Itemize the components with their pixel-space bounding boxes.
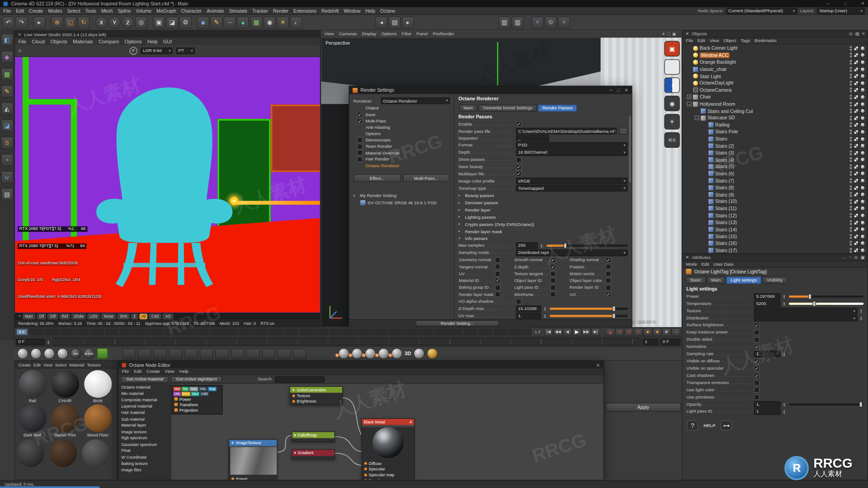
node-preset-icon[interactable] [277, 348, 290, 359]
window-minimize-icon[interactable]: ─ [609, 87, 613, 93]
menu-item[interactable]: Spline [118, 8, 131, 14]
maximize-button[interactable]: □ [844, 1, 847, 6]
pass-checkbox[interactable] [550, 271, 556, 276]
category-chip[interactable]: Med [191, 392, 199, 396]
visibility-dots-icon[interactable] [850, 88, 852, 93]
menu-item[interactable]: Character [181, 8, 202, 14]
node-type-item[interactable]: Sub material [118, 416, 170, 422]
material-preset-ball[interactable] [17, 348, 28, 359]
toolbar-icon[interactable]: ↷ [15, 16, 28, 28]
menu-item[interactable]: Edit [698, 38, 705, 43]
menu-item[interactable]: Select [55, 362, 67, 367]
material-tag-icon[interactable] [854, 234, 859, 239]
pass-checkbox[interactable]: ✓ [495, 278, 500, 283]
object-tree-row[interactable]: Stairs (14) [683, 226, 868, 233]
pass-group-row[interactable]: ▸Lighting passes [454, 213, 632, 221]
expand-icon[interactable] [687, 67, 692, 71]
menu-item[interactable]: Create [18, 362, 31, 367]
menu-item[interactable]: Window [344, 8, 360, 14]
timeline-ruler[interactable] [53, 338, 641, 345]
render-pass-file-input[interactable]: C:\Users\DVALKEMA\Desktop\DustinValkema … [516, 128, 617, 135]
menu-item[interactable]: Create [146, 369, 160, 374]
expand-icon[interactable] [687, 60, 692, 65]
side-tool-icon[interactable]: ◭ [1, 103, 13, 115]
gold-material-ball[interactable] [426, 348, 437, 359]
phong-tag-icon[interactable] [860, 164, 865, 169]
format-select[interactable]: LDR 8-bit [141, 47, 173, 54]
stepper-icon[interactable]: ▲▼ [783, 294, 787, 299]
pass-tab[interactable]: Dif [37, 314, 46, 319]
ao-alpha-checkbox[interactable] [516, 299, 521, 304]
uv-max-slider[interactable] [550, 314, 628, 317]
lock-icon[interactable]: ▣ [860, 255, 864, 260]
material-tag-icon[interactable] [854, 178, 859, 183]
keyframe-button[interactable]: ⊘ [634, 328, 643, 336]
material-tag-icon[interactable] [854, 164, 859, 169]
object-tree-row[interactable]: Stairs (4) [683, 156, 868, 163]
visibility-dots-icon[interactable] [850, 220, 852, 225]
toolbar-icon[interactable]: ✎ [210, 16, 222, 28]
node-preset-icon[interactable] [262, 348, 275, 359]
menu-item[interactable]: Animate [207, 8, 224, 14]
expand-icon[interactable] [703, 158, 707, 162]
material-tag-icon[interactable] [854, 157, 859, 162]
object-tree-row[interactable]: Stairs (11) [683, 205, 868, 212]
material-tag-icon[interactable] [854, 74, 859, 79]
attribute-checkbox[interactable] [754, 387, 760, 393]
material-tag-icon[interactable] [854, 241, 859, 246]
node-editor-titlebar[interactable]: Octane Node Editor ✕ [118, 361, 604, 369]
node-preset-icon[interactable] [246, 348, 259, 359]
side-tool-icon[interactable]: S [1, 136, 13, 149]
menu-item[interactable]: Mesh [101, 8, 113, 14]
keyframe-button[interactable]: ◆ [643, 328, 652, 336]
format-select[interactable]: PSD [516, 142, 627, 149]
pass-checkbox[interactable]: ✓ [550, 264, 556, 269]
object-tree-row[interactable]: Stairs (10) [683, 198, 868, 205]
material-tag-icon[interactable] [854, 227, 859, 232]
expand-icon[interactable] [703, 227, 707, 232]
toolbar-icon[interactable]: ▸ [33, 16, 45, 28]
menu-item[interactable]: Volume [136, 8, 151, 14]
render-settings-section[interactable]: Output [349, 105, 454, 112]
material-preset-ball[interactable] [30, 348, 41, 359]
node-canvas[interactable]: MatTexGenOSLMapOthEmsMedC4D PowerTransfo… [171, 384, 603, 480]
transport-button[interactable]: |◀ [544, 328, 553, 336]
material-tag-icon[interactable] [854, 185, 859, 190]
object-tree-row[interactable]: Back Corner Light [683, 45, 868, 52]
material-tag-icon[interactable] [854, 60, 859, 65]
power-slider[interactable] [789, 295, 863, 297]
visibility-dots-icon[interactable] [850, 248, 852, 253]
toolbar-icon[interactable]: ∼ [224, 16, 236, 28]
phong-tag-icon[interactable] [860, 94, 865, 99]
material-item[interactable]: CHAIR [49, 370, 81, 403]
toolbar-icon[interactable]: X [95, 16, 108, 28]
object-tree-row[interactable]: Stairs (13) [683, 219, 868, 226]
menu-item[interactable]: MoGraph [156, 8, 176, 14]
object-tree-row[interactable]: Railing [683, 122, 868, 128]
menu-item[interactable]: Mode [686, 262, 697, 267]
transport-button[interactable]: ▶ [572, 328, 581, 336]
menu-item[interactable]: Tracker [252, 8, 268, 14]
expand-icon[interactable] [703, 199, 707, 204]
timeline-playhead[interactable]: 0 F [16, 328, 28, 335]
material-tag-icon[interactable] [854, 220, 859, 225]
material-preset-ball[interactable] [44, 348, 55, 359]
object-tree-row[interactable]: Stairs (9) [683, 191, 868, 198]
kernel-select[interactable]: PT [176, 47, 195, 54]
attribute-checkbox[interactable]: ✓ [754, 344, 760, 349]
node-preset-icon[interactable] [231, 348, 244, 359]
falloffmap-node[interactable]: ▾Falloffmap [292, 432, 335, 442]
material-tag-icon[interactable] [854, 116, 859, 121]
menu-item[interactable]: File [18, 38, 26, 44]
pass-group-row[interactable]: ▸Crypto passes (Only EXR(Octane)) [454, 221, 632, 228]
toolbar-icon[interactable]: Z [122, 16, 134, 28]
pass-checkbox[interactable] [495, 285, 500, 290]
toolbar-icon[interactable] [193, 16, 196, 28]
visibility-dots-icon[interactable] [850, 53, 852, 58]
menu-item[interactable]: Edit [134, 369, 142, 374]
pass-tab[interactable]: ShN [118, 314, 129, 319]
material-tag-icon[interactable] [854, 150, 859, 155]
material-tag-icon[interactable] [854, 94, 859, 99]
toolbar-icon[interactable]: ⚙ [179, 16, 192, 28]
panel-menu-icon[interactable]: ≡ [862, 32, 865, 37]
